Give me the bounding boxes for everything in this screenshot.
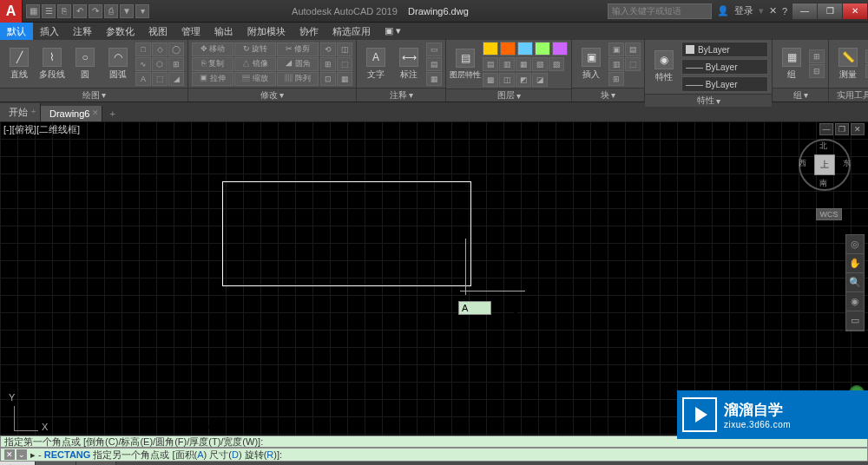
wcs-badge[interactable]: WCS bbox=[816, 208, 842, 220]
panel-label[interactable]: 实用工具 ▾ bbox=[829, 88, 868, 102]
draw-small-btn[interactable]: ⬡ bbox=[152, 57, 168, 71]
help-icon[interactable]: ? bbox=[782, 6, 787, 16]
layer-btn[interactable]: ▨ bbox=[549, 57, 564, 71]
block-btn[interactable]: ⊞ bbox=[608, 72, 624, 86]
panel-label[interactable]: 绘图 ▾ bbox=[0, 88, 187, 102]
arc-button[interactable]: ◠圆弧 bbox=[102, 43, 134, 86]
viewcube-north[interactable]: 北 bbox=[819, 141, 827, 152]
minimize-button[interactable]: — bbox=[792, 3, 818, 20]
dimension-button[interactable]: ⟷标注 bbox=[393, 43, 424, 86]
menu-addins[interactable]: 附加模块 bbox=[240, 23, 293, 40]
nav-wheel[interactable]: ◎ bbox=[846, 235, 864, 254]
layer-btn[interactable]: ◪ bbox=[532, 73, 548, 87]
layer-btn[interactable]: ▤ bbox=[483, 57, 498, 71]
menu-view[interactable]: 视图 bbox=[141, 23, 174, 40]
login-link[interactable]: 登录 bbox=[734, 4, 753, 17]
app-logo[interactable]: A bbox=[0, 0, 23, 23]
menu-manage[interactable]: 管理 bbox=[174, 23, 207, 40]
trim-button[interactable]: ✂ 修剪 bbox=[277, 43, 319, 56]
measure-button[interactable]: 📏测量 bbox=[832, 43, 864, 86]
stretch-button[interactable]: ▣ 拉伸 bbox=[192, 72, 233, 86]
insert-button[interactable]: ▣插入 bbox=[575, 43, 607, 86]
command-opt[interactable]: 面积(A) bbox=[175, 449, 207, 462]
qat-icon[interactable]: ▼ bbox=[120, 4, 134, 18]
layout-tab[interactable]: 布局1 bbox=[36, 462, 76, 465]
layer-btn[interactable]: ▦ bbox=[516, 57, 531, 71]
panel-label[interactable]: 块 ▾ bbox=[572, 88, 644, 102]
model-tab[interactable]: 模型 bbox=[0, 462, 36, 465]
qat-icon[interactable]: ▾ bbox=[135, 4, 149, 18]
color-dropdown[interactable]: ByLayer bbox=[681, 42, 768, 57]
modify-extra[interactable]: ⊞ bbox=[320, 57, 336, 71]
draw-small-btn[interactable]: ◯ bbox=[168, 43, 184, 56]
lyr-swatch[interactable] bbox=[517, 42, 533, 56]
viewcube-east[interactable]: 东 bbox=[843, 158, 851, 169]
qat-icon[interactable]: ↶ bbox=[73, 4, 87, 18]
move-button[interactable]: ✥ 移动 bbox=[192, 43, 233, 56]
circle-button[interactable]: ○圆 bbox=[69, 43, 101, 86]
close-icon[interactable]: ✕ bbox=[92, 108, 99, 117]
qat-icon[interactable]: ☰ bbox=[42, 4, 56, 18]
lyr-swatch[interactable] bbox=[552, 42, 568, 56]
panel-label[interactable]: 修改 ▾ bbox=[188, 88, 356, 102]
close-button[interactable]: ✕ bbox=[842, 3, 868, 20]
nav-pan[interactable]: ✋ bbox=[846, 254, 864, 273]
menu-featured[interactable]: 精选应用 bbox=[326, 23, 378, 40]
viewcube[interactable]: 上 北 南 西 东 bbox=[799, 139, 851, 191]
annot-small[interactable]: ▤ bbox=[426, 57, 442, 71]
layer-btn[interactable]: ▥ bbox=[499, 57, 515, 71]
modify-extra[interactable]: ⟲ bbox=[320, 43, 336, 56]
rotate-button[interactable]: ↻ 旋转 bbox=[234, 43, 276, 56]
cmd-close-icon[interactable]: ✕ bbox=[4, 449, 15, 460]
nav-showmotion[interactable]: ▭ bbox=[846, 311, 864, 331]
draw-small-btn[interactable]: □ bbox=[135, 43, 151, 56]
command-opt[interactable]: 旋转(R) bbox=[245, 449, 277, 462]
modify-extra[interactable]: ⬚ bbox=[337, 57, 352, 71]
copy-button[interactable]: ⎘ 复制 bbox=[192, 57, 233, 71]
menu-insert[interactable]: 插入 bbox=[33, 23, 66, 40]
cmd-expand-icon[interactable]: ⌄ bbox=[16, 449, 27, 460]
layer-properties-button[interactable]: ▤图层特性 bbox=[450, 43, 481, 86]
command-opt[interactable]: 尺寸(D) bbox=[209, 449, 241, 462]
dynamic-input[interactable]: A bbox=[458, 301, 491, 315]
menu-output[interactable]: 输出 bbox=[207, 23, 240, 40]
viewcube-south[interactable]: 南 bbox=[819, 178, 827, 189]
qat-icon[interactable]: ⎙ bbox=[104, 4, 118, 18]
fillet-button[interactable]: ◢ 圆角 bbox=[277, 57, 319, 71]
mirror-button[interactable]: △ 镜像 bbox=[234, 57, 276, 71]
view-label[interactable]: [-][俯视][二维线框] bbox=[3, 123, 80, 136]
lineweight-dropdown[interactable]: —— ByLayer bbox=[681, 59, 768, 75]
draw-small-btn[interactable]: ◢ bbox=[168, 72, 184, 86]
text-button[interactable]: A文字 bbox=[360, 43, 391, 86]
drawing-area[interactable]: [-][俯视][二维线框] — ❐ ✕ A Y X 上 北 南 西 东 WCS … bbox=[0, 121, 868, 436]
modify-extra[interactable]: ⊡ bbox=[320, 72, 336, 86]
lyr-swatch[interactable] bbox=[535, 42, 550, 56]
block-btn[interactable]: ▥ bbox=[608, 57, 624, 71]
drawing-max[interactable]: ❐ bbox=[835, 123, 849, 135]
scale-button[interactable]: ▤ 缩放 bbox=[234, 72, 276, 86]
nav-zoom[interactable]: 🔍 bbox=[846, 273, 864, 292]
draw-small-btn[interactable]: ⬚ bbox=[152, 72, 168, 86]
modify-extra[interactable]: ▦ bbox=[337, 72, 352, 86]
command-input[interactable]: ✕ ⌄ ▸ - RECTANG 指定另一个角点或 [ 面积(A) 尺寸(D) 旋… bbox=[0, 448, 868, 462]
array-button[interactable]: ▥ 阵列 bbox=[277, 72, 319, 86]
layer-btn[interactable]: ▧ bbox=[532, 57, 548, 71]
modify-extra[interactable]: ◫ bbox=[337, 43, 352, 56]
drawing-close[interactable]: ✕ bbox=[851, 123, 865, 135]
drawing-min[interactable]: — bbox=[819, 123, 833, 135]
block-btn[interactable]: ▤ bbox=[625, 43, 641, 56]
viewcube-top[interactable]: 上 bbox=[814, 154, 835, 175]
panel-label[interactable]: 图层 ▾ bbox=[446, 88, 571, 102]
block-btn[interactable]: ⬚ bbox=[625, 57, 641, 71]
group-btn[interactable]: ⊞ bbox=[809, 49, 825, 63]
linetype-dropdown[interactable]: —— ByLayer bbox=[681, 76, 768, 92]
panel-label[interactable]: 注释 ▾ bbox=[357, 88, 445, 102]
close-icon[interactable]: ＋ bbox=[30, 106, 37, 117]
tab-add[interactable]: + bbox=[102, 106, 122, 121]
match-properties-button[interactable]: ◉特性 bbox=[648, 45, 680, 88]
qat-icon[interactable]: ↷ bbox=[89, 4, 102, 18]
menu-parametric[interactable]: 参数化 bbox=[99, 23, 141, 40]
layer-btn[interactable]: ▩ bbox=[483, 73, 498, 87]
menu-default[interactable]: 默认 bbox=[0, 23, 33, 40]
lyr-swatch[interactable] bbox=[500, 42, 516, 56]
